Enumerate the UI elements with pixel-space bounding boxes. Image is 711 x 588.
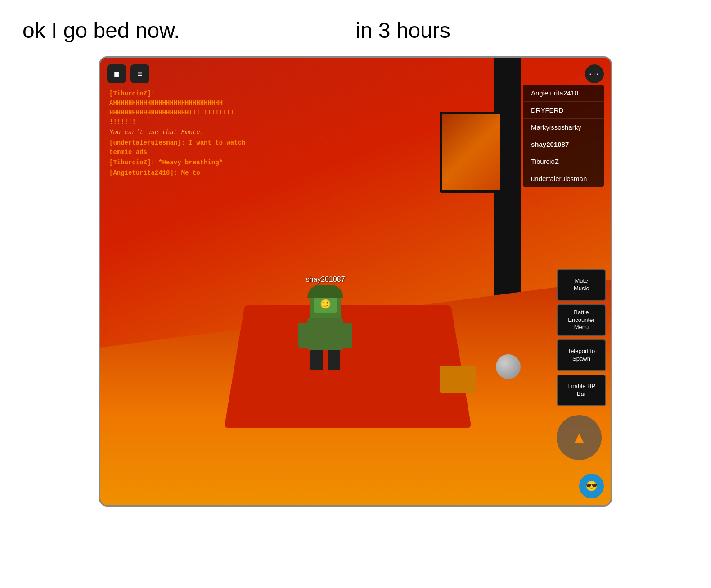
chat-username-3: [TiburcioZ]: [109,159,158,166]
right-caption: in 3 hours [356,18,688,43]
gray-ball [496,354,521,379]
chat-system-msg: You can't use that Emote. [109,129,204,136]
mute-music-button[interactable]: MuteMusic [557,269,606,301]
chat-message-1: AHHHHHHHHHHHHHHHHHHHHHHHHHHHHHHHHHHHHHHH… [109,100,234,126]
teleport-spawn-button[interactable]: Teleport toSpawn [557,339,606,371]
meme-icon[interactable]: 😎 [579,474,604,498]
right-buttons: MuteMusic BattleEncounterMenu Teleport t… [557,269,606,406]
battle-encounter-button[interactable]: BattleEncounterMenu [557,304,606,336]
top-text-row: ok I go bed now. in 3 hours [9,9,702,56]
player-item-5[interactable]: undertalerulesman [523,170,604,187]
chat-icon[interactable]: ≡ [130,64,149,83]
nightstand [440,366,476,393]
player-item-4[interactable]: TiburcioZ [523,153,604,170]
game-container: shay201087 🙂 ■ ≡ ··· [TiburcioZ]: AHHHHH… [99,56,612,507]
joystick-area[interactable]: ▲ [557,415,602,460]
left-caption: ok I go bed now. [22,18,356,43]
dots-menu-button[interactable]: ··· [585,64,604,83]
character-legs [298,350,352,370]
player-list: Angieturita2410 DRYFERD Markyissosharky … [523,85,604,187]
player-item-3[interactable]: shay201087 [523,136,604,153]
joystick-outer: ▲ [557,415,602,460]
joystick-arrow: ▲ [571,428,587,447]
player-item-1[interactable]: DRYFERD [523,102,604,119]
meme-face-icon: 😎 [585,480,598,492]
character: shay201087 🙂 [298,289,352,370]
chat-line-4: [Angieturita2410]: Me to [109,168,271,178]
character-name-label: shay201087 [306,276,345,284]
chat-username-4: [Angieturita2410]: [109,169,181,176]
chat-username-2: [undertalerulesman]: [109,139,189,146]
wall-frame [440,112,503,193]
character-head: 🙂 [310,289,341,318]
character-leg-left [310,350,323,370]
chat-box: [TiburcioZ]: AHHHHHHHHHHHHHHHHHHHHHHHHHH… [109,89,271,179]
dots-icon: ··· [589,68,600,80]
roblox-icon[interactable]: ■ [107,64,126,83]
chat-username-1: [TiburcioZ]: [109,90,155,97]
chat-line-system: You can't use that Emote. [109,128,271,137]
top-bar: ■ ≡ [107,64,149,83]
chat-line-3: [TiburcioZ]: *Heavy breathing* [109,158,271,167]
chat-line-1: [TiburcioZ]: AHHHHHHHHHHHHHHHHHHHHHHHHHH… [109,89,271,127]
enable-hp-bar-button[interactable]: Enable HPBar [557,375,606,406]
character-arm-left [298,323,308,348]
chat-line-2: [undertalerulesman]: I want to watch tem… [109,138,271,157]
player-item-2[interactable]: Markyissosharky [523,119,604,136]
character-arm-right [342,323,352,348]
player-item-0[interactable]: Angieturita2410 [523,85,604,102]
character-leg-right [328,350,340,370]
character-arms [298,323,352,348]
chat-message-3: *Heavy breathing* [158,159,223,166]
chat-message-4: Me to [181,169,200,176]
